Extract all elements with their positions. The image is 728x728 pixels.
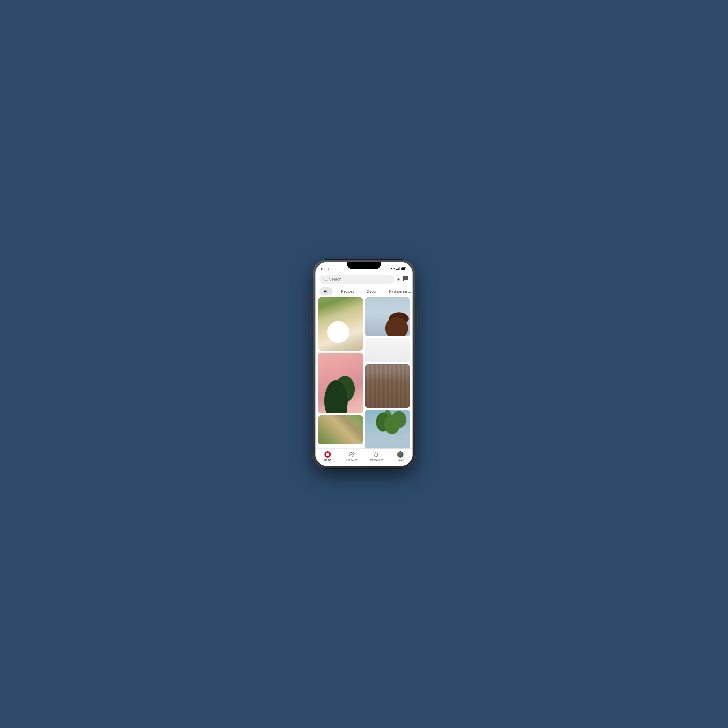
pin-food[interactable] xyxy=(318,297,363,351)
wifi-icon xyxy=(391,268,395,270)
pin-white[interactable] xyxy=(365,338,410,362)
status-icons xyxy=(391,268,407,270)
nav-item-saved[interactable]: 👤 Saved xyxy=(388,451,413,461)
category-tabs: All Recipes Decor Fashion ins… xyxy=(315,286,413,297)
search-bar-wrapper: Search + xyxy=(315,273,413,286)
notch xyxy=(347,262,381,269)
search-placeholder: Search xyxy=(329,277,341,281)
nav-label-following: Following xyxy=(346,459,358,461)
nav-label-home: Home xyxy=(324,459,331,461)
phone-body: 8:08 xyxy=(313,260,415,468)
message-icon xyxy=(403,276,408,281)
message-button[interactable] xyxy=(403,276,408,283)
pin-leaf[interactable] xyxy=(318,353,363,413)
power-button xyxy=(417,307,418,329)
pin-palm[interactable] xyxy=(365,410,410,448)
svg-rect-1 xyxy=(398,269,398,271)
pin-aerial[interactable] xyxy=(318,415,363,444)
notifications-icon xyxy=(373,451,379,458)
status-bar: 8:08 xyxy=(315,262,413,273)
phone-mockup: 8:08 xyxy=(313,260,415,468)
search-bar[interactable]: Search xyxy=(320,275,394,284)
saved-icon: 👤 xyxy=(397,451,404,458)
svg-point-9 xyxy=(352,453,354,454)
svg-rect-3 xyxy=(400,268,401,270)
tab-all[interactable]: All xyxy=(320,287,333,295)
volume-up-button xyxy=(310,306,311,320)
bottom-nav: Home Following xyxy=(315,448,413,466)
nav-label-notifications: Notifications xyxy=(369,459,384,461)
status-time: 8:08 xyxy=(321,267,329,271)
svg-rect-0 xyxy=(396,269,397,270)
svg-line-7 xyxy=(326,280,327,281)
home-icon xyxy=(324,451,331,458)
phone-screen: 8:08 xyxy=(315,262,413,466)
nav-item-home[interactable]: Home xyxy=(315,451,340,461)
app-screen: 8:08 xyxy=(315,262,413,466)
svg-rect-5 xyxy=(402,268,405,270)
mute-button xyxy=(310,291,311,301)
tab-recipes[interactable]: Recipes xyxy=(336,287,358,295)
search-icon xyxy=(323,277,327,281)
nav-label-saved: Saved xyxy=(396,459,404,461)
pin-dog[interactable] xyxy=(365,297,410,336)
pin-buildings[interactable] xyxy=(365,364,410,408)
tab-decor[interactable]: Decor xyxy=(362,287,381,295)
nav-item-notifications[interactable]: Notifications xyxy=(364,451,388,461)
svg-rect-2 xyxy=(398,268,399,270)
add-button[interactable]: + xyxy=(397,276,400,283)
tab-fashion[interactable]: Fashion ins… xyxy=(385,287,413,295)
search-bar-row: Search + xyxy=(320,275,408,284)
signal-icon xyxy=(396,268,400,270)
battery-icon xyxy=(401,268,407,270)
pins-grid xyxy=(315,297,413,448)
nav-item-following[interactable]: Following xyxy=(340,451,364,461)
svg-point-8 xyxy=(350,452,352,455)
following-icon xyxy=(349,451,355,458)
volume-down-button xyxy=(310,324,311,338)
